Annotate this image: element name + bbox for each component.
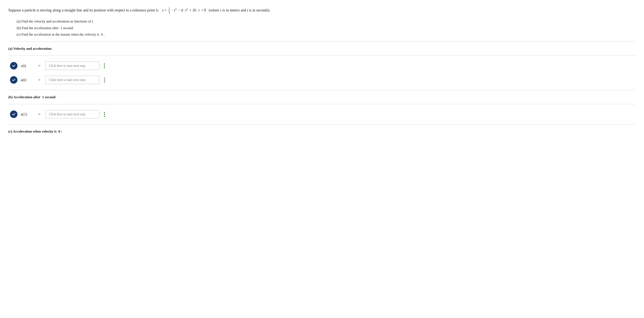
at-row: a(t) =	[10, 76, 636, 84]
problem-statement: Suppose a particle is moving along a str…	[8, 7, 636, 14]
at-label: a(t)	[21, 77, 33, 83]
vt-more-options[interactable]	[103, 63, 106, 69]
at-more-options[interactable]	[103, 77, 106, 83]
vt-input[interactable]	[45, 62, 99, 70]
at-check-icon	[10, 76, 18, 84]
equation-display: s = 1 3 · t3 − 4 · t2 + 16 · t + 8	[162, 8, 207, 12]
divider-3	[8, 90, 636, 90]
section-a-title: (a) Velocity and acceleration:	[8, 46, 636, 51]
at-input[interactable]	[45, 76, 99, 84]
divider-2	[8, 56, 636, 56]
a1-check-icon	[10, 111, 18, 118]
equation-note: (where s is in meters and t is in second…	[209, 8, 270, 12]
sub-question-c: (c) Find the acceleration at the instant…	[17, 32, 636, 37]
vt-label: v(t)	[21, 63, 33, 69]
vt-row: v(t) =	[10, 62, 636, 70]
a1-label: a(1)	[21, 111, 33, 117]
section-c: (c) Acceleration when velocity is 0 :	[8, 129, 636, 134]
a1-input[interactable]	[45, 110, 99, 118]
a1-equals: =	[38, 111, 40, 117]
sub-questions: (a) Find the velocity and acceleration a…	[17, 19, 636, 37]
section-a: (a) Velocity and acceleration: v(t) = a(…	[8, 46, 636, 84]
sub-question-a: (a) Find the velocity and acceleration a…	[17, 19, 636, 24]
a1-row: a(1) =	[10, 110, 636, 118]
at-equals: =	[38, 77, 40, 83]
divider-4	[8, 104, 636, 104]
vt-equals: =	[38, 63, 40, 69]
problem-intro: Suppose a particle is moving along a str…	[8, 8, 158, 12]
vt-check-icon	[10, 62, 18, 70]
section-c-title: (c) Acceleration when velocity is 0 :	[8, 129, 636, 134]
section-b: (b) Acceleration after 1 second: a(1) =	[8, 94, 636, 118]
section-b-title: (b) Acceleration after 1 second:	[8, 94, 636, 100]
a1-more-options[interactable]	[103, 111, 106, 118]
sub-question-b: (b) Find the acceleration after 1 second…	[17, 25, 636, 31]
